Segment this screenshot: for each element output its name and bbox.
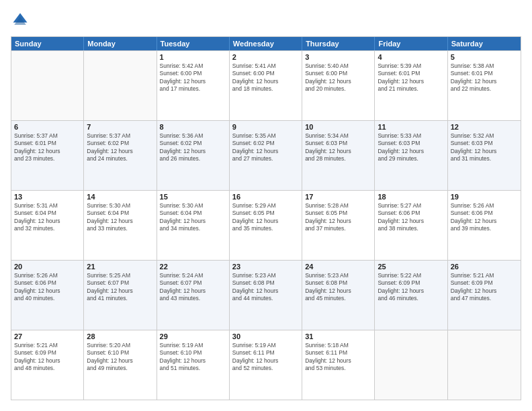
calendar-day-30: 30Sunrise: 5:19 AM Sunset: 6:11 PM Dayli…	[230, 330, 302, 400]
day-info: Sunrise: 5:25 AM Sunset: 6:07 PM Dayligh…	[87, 272, 153, 303]
calendar-day-1: 1Sunrise: 5:42 AM Sunset: 6:00 PM Daylig…	[157, 51, 230, 120]
day-number: 6	[14, 123, 81, 131]
day-info: Sunrise: 5:38 AM Sunset: 6:01 PM Dayligh…	[451, 62, 518, 93]
day-number: 29	[160, 332, 226, 340]
day-number: 2	[232, 53, 299, 61]
logo	[11, 11, 32, 30]
day-number: 5	[451, 53, 518, 61]
calendar-week-5: 27Sunrise: 5:21 AM Sunset: 6:09 PM Dayli…	[11, 330, 521, 400]
day-number: 12	[451, 123, 518, 131]
calendar-day-empty-4-6	[448, 330, 521, 400]
header-cell-monday: Monday	[84, 37, 157, 50]
day-info: Sunrise: 5:21 AM Sunset: 6:09 PM Dayligh…	[451, 272, 518, 303]
calendar-body: 1Sunrise: 5:42 AM Sunset: 6:00 PM Daylig…	[11, 50, 521, 400]
calendar-day-14: 14Sunrise: 5:30 AM Sunset: 6:04 PM Dayli…	[84, 191, 157, 260]
day-number: 15	[160, 193, 226, 201]
calendar-day-4: 4Sunrise: 5:39 AM Sunset: 6:01 PM Daylig…	[375, 51, 447, 120]
day-info: Sunrise: 5:36 AM Sunset: 6:02 PM Dayligh…	[160, 132, 226, 163]
calendar-day-8: 8Sunrise: 5:36 AM Sunset: 6:02 PM Daylig…	[157, 121, 230, 190]
calendar-day-empty-0-0	[11, 51, 84, 120]
day-info: Sunrise: 5:30 AM Sunset: 6:04 PM Dayligh…	[160, 202, 226, 233]
day-number: 7	[87, 123, 153, 131]
day-number: 10	[305, 123, 371, 131]
day-number: 8	[160, 123, 226, 131]
day-info: Sunrise: 5:18 AM Sunset: 6:11 PM Dayligh…	[305, 342, 371, 373]
calendar-day-empty-0-1	[84, 51, 157, 120]
calendar: SundayMondayTuesdayWednesdayThursdayFrid…	[11, 36, 521, 400]
header-cell-sunday: Sunday	[11, 37, 84, 50]
day-info: Sunrise: 5:26 AM Sunset: 6:06 PM Dayligh…	[451, 202, 518, 233]
day-info: Sunrise: 5:28 AM Sunset: 6:05 PM Dayligh…	[305, 202, 371, 233]
day-info: Sunrise: 5:23 AM Sunset: 6:08 PM Dayligh…	[305, 272, 371, 303]
day-info: Sunrise: 5:20 AM Sunset: 6:10 PM Dayligh…	[87, 342, 153, 373]
day-number: 31	[305, 332, 371, 340]
day-info: Sunrise: 5:19 AM Sunset: 6:11 PM Dayligh…	[232, 342, 299, 373]
day-info: Sunrise: 5:37 AM Sunset: 6:02 PM Dayligh…	[87, 132, 153, 163]
day-number: 27	[14, 332, 81, 340]
day-info: Sunrise: 5:39 AM Sunset: 6:01 PM Dayligh…	[378, 62, 444, 93]
day-info: Sunrise: 5:29 AM Sunset: 6:05 PM Dayligh…	[232, 202, 299, 233]
calendar-day-10: 10Sunrise: 5:34 AM Sunset: 6:03 PM Dayli…	[302, 121, 375, 190]
calendar-day-21: 21Sunrise: 5:25 AM Sunset: 6:07 PM Dayli…	[84, 261, 157, 330]
day-number: 20	[14, 263, 81, 271]
day-number: 24	[305, 263, 371, 271]
day-info: Sunrise: 5:34 AM Sunset: 6:03 PM Dayligh…	[305, 132, 371, 163]
calendar-day-28: 28Sunrise: 5:20 AM Sunset: 6:10 PM Dayli…	[84, 330, 157, 400]
header-cell-tuesday: Tuesday	[157, 37, 230, 50]
calendar-day-5: 5Sunrise: 5:38 AM Sunset: 6:01 PM Daylig…	[448, 51, 521, 120]
calendar-day-26: 26Sunrise: 5:21 AM Sunset: 6:09 PM Dayli…	[448, 261, 521, 330]
calendar-day-9: 9Sunrise: 5:35 AM Sunset: 6:02 PM Daylig…	[230, 121, 302, 190]
calendar-week-2: 6Sunrise: 5:37 AM Sunset: 6:01 PM Daylig…	[11, 120, 521, 190]
day-number: 25	[378, 263, 444, 271]
page: SundayMondayTuesdayWednesdayThursdayFrid…	[0, 0, 532, 411]
day-number: 18	[378, 193, 444, 201]
calendar-day-empty-4-5	[375, 330, 447, 400]
day-info: Sunrise: 5:23 AM Sunset: 6:08 PM Dayligh…	[232, 272, 299, 303]
day-info: Sunrise: 5:32 AM Sunset: 6:03 PM Dayligh…	[451, 132, 518, 163]
day-info: Sunrise: 5:19 AM Sunset: 6:10 PM Dayligh…	[160, 342, 226, 373]
day-info: Sunrise: 5:31 AM Sunset: 6:04 PM Dayligh…	[14, 202, 81, 233]
day-number: 17	[305, 193, 371, 201]
logo-icon	[11, 11, 30, 30]
day-info: Sunrise: 5:41 AM Sunset: 6:00 PM Dayligh…	[232, 62, 299, 93]
calendar-day-25: 25Sunrise: 5:22 AM Sunset: 6:09 PM Dayli…	[375, 261, 447, 330]
calendar-day-24: 24Sunrise: 5:23 AM Sunset: 6:08 PM Dayli…	[302, 261, 375, 330]
day-info: Sunrise: 5:33 AM Sunset: 6:03 PM Dayligh…	[378, 132, 444, 163]
day-number: 28	[87, 332, 153, 340]
calendar-week-1: 1Sunrise: 5:42 AM Sunset: 6:00 PM Daylig…	[11, 50, 521, 120]
day-info: Sunrise: 5:26 AM Sunset: 6:06 PM Dayligh…	[14, 272, 81, 303]
calendar-header: SundayMondayTuesdayWednesdayThursdayFrid…	[11, 37, 521, 50]
header-cell-saturday: Saturday	[448, 37, 521, 50]
calendar-week-3: 13Sunrise: 5:31 AM Sunset: 6:04 PM Dayli…	[11, 190, 521, 260]
header-cell-friday: Friday	[375, 37, 447, 50]
day-number: 4	[378, 53, 444, 61]
day-info: Sunrise: 5:42 AM Sunset: 6:00 PM Dayligh…	[160, 62, 226, 93]
calendar-day-31: 31Sunrise: 5:18 AM Sunset: 6:11 PM Dayli…	[302, 330, 375, 400]
calendar-day-3: 3Sunrise: 5:40 AM Sunset: 6:00 PM Daylig…	[302, 51, 375, 120]
calendar-day-23: 23Sunrise: 5:23 AM Sunset: 6:08 PM Dayli…	[230, 261, 302, 330]
day-number: 14	[87, 193, 153, 201]
day-number: 11	[378, 123, 444, 131]
calendar-day-13: 13Sunrise: 5:31 AM Sunset: 6:04 PM Dayli…	[11, 191, 84, 260]
day-info: Sunrise: 5:22 AM Sunset: 6:09 PM Dayligh…	[378, 272, 444, 303]
calendar-day-2: 2Sunrise: 5:41 AM Sunset: 6:00 PM Daylig…	[230, 51, 302, 120]
day-info: Sunrise: 5:37 AM Sunset: 6:01 PM Dayligh…	[14, 132, 81, 163]
day-number: 9	[232, 123, 299, 131]
calendar-day-27: 27Sunrise: 5:21 AM Sunset: 6:09 PM Dayli…	[11, 330, 84, 400]
day-number: 23	[232, 263, 299, 271]
day-number: 16	[232, 193, 299, 201]
calendar-day-11: 11Sunrise: 5:33 AM Sunset: 6:03 PM Dayli…	[375, 121, 447, 190]
calendar-day-18: 18Sunrise: 5:27 AM Sunset: 6:06 PM Dayli…	[375, 191, 447, 260]
day-number: 26	[451, 263, 518, 271]
day-info: Sunrise: 5:21 AM Sunset: 6:09 PM Dayligh…	[14, 342, 81, 373]
day-number: 21	[87, 263, 153, 271]
day-info: Sunrise: 5:35 AM Sunset: 6:02 PM Dayligh…	[232, 132, 299, 163]
day-info: Sunrise: 5:40 AM Sunset: 6:00 PM Dayligh…	[305, 62, 371, 93]
day-info: Sunrise: 5:27 AM Sunset: 6:06 PM Dayligh…	[378, 202, 444, 233]
day-number: 30	[232, 332, 299, 340]
calendar-day-29: 29Sunrise: 5:19 AM Sunset: 6:10 PM Dayli…	[157, 330, 230, 400]
day-number: 22	[160, 263, 226, 271]
day-number: 13	[14, 193, 81, 201]
calendar-day-19: 19Sunrise: 5:26 AM Sunset: 6:06 PM Dayli…	[448, 191, 521, 260]
day-number: 19	[451, 193, 518, 201]
